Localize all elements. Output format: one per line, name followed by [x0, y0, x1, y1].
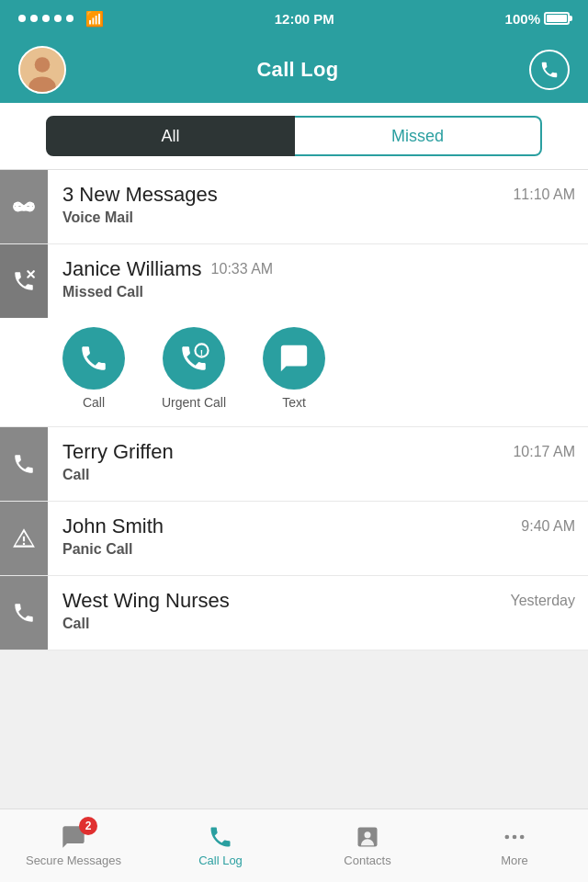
status-time: 12:00 PM — [275, 11, 334, 27]
janice-info: Janice Williams Missed Call 10:33 AM — [48, 244, 286, 318]
voicemail-info: 3 New Messages Voice Mail 11:10 AM — [48, 170, 588, 239]
terry-name: Terry Griffen — [62, 440, 503, 464]
svg-rect-13 — [23, 537, 25, 541]
urgent-call-action-label: Urgent Call — [162, 395, 226, 410]
tab-contacts-label: Contacts — [344, 854, 390, 867]
call-action-circle — [62, 327, 125, 390]
svg-point-17 — [505, 835, 510, 840]
janice-name: Janice Williams — [62, 257, 202, 281]
urgent-call-action-button[interactable]: ! Urgent Call — [162, 327, 226, 410]
westwing-time: Yesterday — [510, 593, 575, 609]
text-action-button[interactable]: Text — [263, 327, 325, 410]
nav-bar: Call Log — [0, 37, 588, 103]
urgent-call-circle: ! — [163, 327, 225, 390]
new-call-button[interactable] — [529, 50, 570, 90]
filter-all-button[interactable]: All — [46, 116, 295, 156]
svg-point-16 — [365, 831, 371, 838]
svg-point-18 — [513, 835, 517, 840]
wifi-icon: 📶 — [85, 10, 104, 28]
john-time: 9:40 AM — [521, 518, 575, 535]
tab-more[interactable]: More — [441, 809, 588, 882]
tab-bar: 2 Secure Messages Call Log Contacts More — [0, 808, 588, 882]
call-action-button[interactable]: Call — [62, 327, 125, 410]
missed-call-icon — [0, 244, 48, 318]
signal-dots: 📶 — [18, 10, 104, 28]
voicemail-icon — [0, 170, 48, 243]
terry-type: Call — [62, 467, 503, 483]
westwing-name: West Wing Nurses — [62, 589, 501, 613]
text-action-label: Text — [282, 395, 306, 410]
john-panic-icon — [0, 502, 48, 575]
filter-missed-button[interactable]: Missed — [295, 116, 542, 156]
svg-point-19 — [520, 835, 525, 840]
secure-messages-badge: 2 — [79, 817, 97, 835]
svg-rect-14 — [23, 543, 25, 545]
john-name: John Smith — [62, 514, 512, 538]
tab-contacts[interactable]: Contacts — [294, 809, 441, 882]
page-title: Call Log — [256, 58, 338, 82]
battery-percent: 100% — [505, 11, 540, 27]
voicemail-type: Voice Mail — [62, 209, 503, 226]
battery-icon — [544, 12, 570, 25]
svg-point-1 — [35, 57, 51, 73]
text-action-circle — [263, 327, 325, 390]
call-list: 3 New Messages Voice Mail 11:10 AM Janic… — [0, 170, 588, 809]
terry-time: 10:17 AM — [513, 444, 575, 460]
call-item-westwing[interactable]: West Wing Nurses Call Yesterday — [0, 576, 588, 650]
call-item-voicemail[interactable]: 3 New Messages Voice Mail 11:10 AM — [0, 170, 588, 244]
westwing-type: Call — [62, 616, 501, 632]
janice-actions: Call ! Urgent Call Text — [0, 318, 340, 426]
tab-call-log[interactable]: Call Log — [147, 809, 294, 882]
voicemail-time: 11:10 AM — [513, 187, 575, 203]
filter-bar: All Missed — [0, 103, 588, 170]
call-action-label: Call — [83, 395, 105, 410]
john-type: Panic Call — [62, 541, 512, 558]
tab-more-label: More — [501, 854, 528, 867]
john-info: John Smith Panic Call 9:40 AM — [48, 502, 588, 571]
tab-call-log-label: Call Log — [198, 854, 243, 867]
voicemail-name: 3 New Messages — [62, 183, 503, 207]
janice-time: 10:33 AM — [211, 261, 274, 277]
battery: 100% — [505, 11, 570, 27]
westwing-call-icon — [0, 576, 48, 650]
tab-secure-messages-label: Secure Messages — [26, 854, 121, 867]
call-item-terry[interactable]: Terry Griffen Call 10:17 AM — [0, 427, 588, 502]
westwing-info: West Wing Nurses Call Yesterday — [48, 576, 588, 645]
status-bar: 📶 12:00 PM 100% — [0, 0, 588, 37]
svg-text:!: ! — [200, 347, 203, 357]
call-item-john[interactable]: John Smith Panic Call 9:40 AM — [0, 502, 588, 576]
call-item-janice[interactable]: Janice Williams Missed Call 10:33 AM Cal… — [0, 244, 588, 427]
tab-secure-messages[interactable]: 2 Secure Messages — [0, 809, 147, 882]
avatar[interactable] — [18, 46, 66, 94]
terry-call-icon — [0, 427, 48, 501]
janice-type: Missed Call — [62, 284, 202, 300]
terry-info: Terry Griffen Call 10:17 AM — [48, 427, 588, 496]
